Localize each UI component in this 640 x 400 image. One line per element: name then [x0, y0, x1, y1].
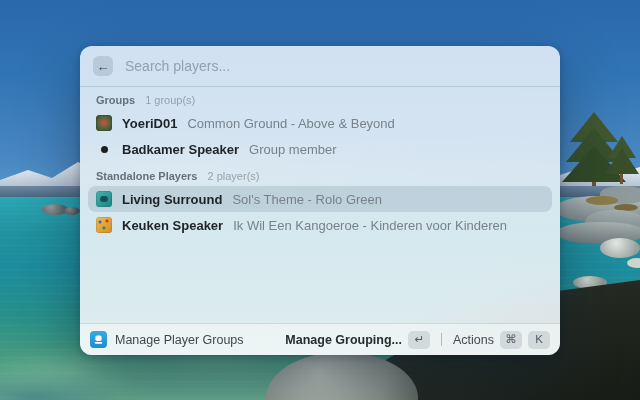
player-name: YoeriD01	[122, 116, 177, 131]
white-boulder	[627, 258, 640, 268]
section-count: 1 group(s)	[145, 94, 195, 106]
search-input[interactable]	[123, 57, 547, 75]
primary-action-label: Manage Grouping...	[285, 333, 402, 347]
arrow-left-icon: ←	[97, 60, 110, 73]
section-count: 2 player(s)	[208, 170, 260, 182]
list-item-yoerid01[interactable]: YoeriD01 Common Ground - Above & Beyond	[88, 110, 552, 136]
command-palette-window: ← Groups 1 group(s) YoeriD01 Common Grou…	[80, 46, 560, 355]
actions-label: Actions	[453, 333, 494, 347]
k-key-icon: K	[528, 331, 550, 349]
return-key-icon: ↵	[408, 331, 430, 349]
player-name: Living Surround	[122, 192, 222, 207]
now-playing: Common Ground - Above & Beyond	[187, 116, 394, 131]
group-member-dot-icon	[96, 141, 112, 157]
section-label: Groups	[96, 94, 135, 106]
manage-grouping-button[interactable]: Manage Grouping... ↵	[285, 331, 430, 349]
extension-title: Manage Player Groups	[115, 333, 244, 347]
white-boulder	[600, 238, 640, 258]
section-label: Standalone Players	[96, 170, 198, 182]
desktop: ← Groups 1 group(s) YoeriD01 Common Grou…	[0, 0, 640, 400]
now-playing: Sol's Theme - Rolo Green	[232, 192, 382, 207]
back-button[interactable]: ←	[93, 56, 113, 76]
member-status: Group member	[249, 142, 336, 157]
player-name: Keuken Speaker	[122, 218, 223, 233]
section-header-groups: Groups 1 group(s)	[88, 94, 552, 110]
album-art-icon	[96, 115, 112, 131]
footer-divider	[441, 333, 442, 346]
album-art-icon	[96, 191, 112, 207]
actions-button[interactable]: Actions ⌘ K	[453, 331, 550, 349]
now-playing: Ik Wil Een Kangoeroe - Kinderen voor Kin…	[233, 218, 507, 233]
results-list: Groups 1 group(s) YoeriD01 Common Ground…	[80, 87, 560, 238]
section-header-standalone: Standalone Players 2 player(s)	[88, 170, 552, 186]
list-item-badkamer-speaker[interactable]: Badkamer Speaker Group member	[88, 136, 552, 162]
command-key-icon: ⌘	[500, 331, 522, 349]
album-art-icon	[96, 217, 112, 233]
shore-grass	[586, 196, 618, 205]
list-item-keuken-speaker[interactable]: Keuken Speaker Ik Wil Een Kangoeroe - Ki…	[88, 212, 552, 238]
small-rock	[64, 207, 80, 215]
search-bar: ←	[80, 46, 560, 87]
speaker-app-icon	[90, 331, 107, 348]
player-name: Badkamer Speaker	[122, 142, 239, 157]
footer-bar: Manage Player Groups Manage Grouping... …	[80, 323, 560, 355]
list-item-living-surround[interactable]: Living Surround Sol's Theme - Rolo Green	[88, 186, 552, 212]
speaker-glyph	[93, 334, 104, 345]
